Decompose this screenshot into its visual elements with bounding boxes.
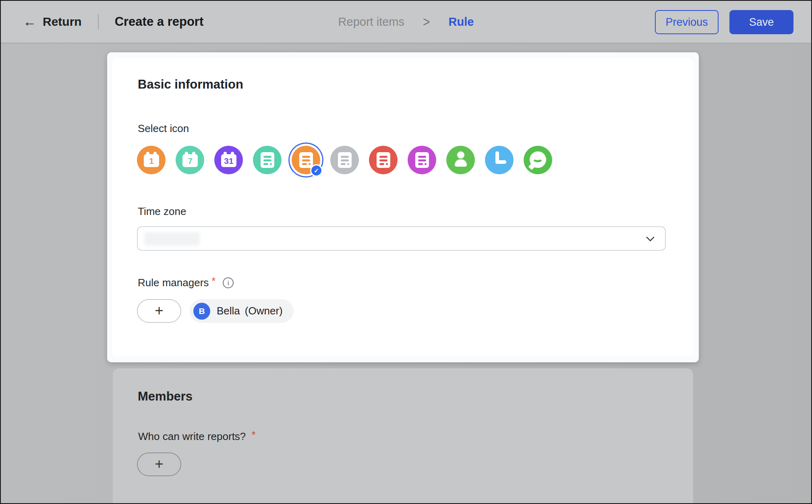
members-card: Members Who can write reports? * +	[113, 368, 693, 504]
breadcrumb: Report items > Rule	[338, 1, 474, 43]
nav-actions: Previous Save	[655, 10, 793, 34]
required-asterisk: *	[252, 429, 256, 441]
icon-option-person-green[interactable]	[446, 146, 475, 174]
time-zone-select[interactable]	[137, 226, 666, 251]
icon-row: 1731✓	[137, 146, 552, 174]
return-label: Return	[43, 15, 82, 29]
report-teal-icon	[253, 146, 282, 174]
calendar-month-icon: 31	[214, 146, 243, 174]
time-zone-value-redacted	[145, 232, 200, 246]
icon-option-calendar-month[interactable]: 31	[214, 146, 243, 174]
icon-option-calendar-day[interactable]: 1	[137, 146, 166, 174]
report-magenta-icon	[408, 146, 436, 174]
icon-option-chat-green[interactable]	[524, 146, 552, 174]
report-gray-icon	[330, 146, 359, 174]
required-asterisk: *	[211, 275, 215, 287]
nav-divider	[98, 14, 99, 29]
screen: ← Return Create a report Report items > …	[0, 0, 812, 504]
rule-managers-label: Rule managers	[138, 277, 209, 289]
nav-left: ← Return Create a report	[23, 1, 203, 43]
breadcrumb-report-items[interactable]: Report items	[338, 15, 404, 29]
basic-information-card: Basic information Select icon 1731✓ Time…	[107, 52, 699, 362]
icon-option-report-teal[interactable]	[253, 146, 282, 174]
chevron-right-icon: >	[423, 14, 430, 29]
rule-managers-row: + B Bella (Owner)	[137, 299, 294, 323]
icon-option-clock-blue[interactable]	[485, 146, 514, 174]
add-report-writer-button[interactable]: +	[137, 452, 181, 476]
return-button[interactable]: ← Return	[23, 15, 82, 29]
manager-name: Bella	[217, 305, 240, 317]
back-arrow-icon: ←	[23, 15, 36, 28]
who-can-write-label: Who can write reports?	[138, 430, 246, 442]
calendar-week-icon: 7	[176, 146, 204, 174]
info-icon[interactable]: i	[223, 277, 234, 288]
save-button[interactable]: Save	[729, 10, 793, 34]
icon-option-report-gray[interactable]	[330, 146, 359, 174]
manager-chip[interactable]: B Bella (Owner)	[190, 299, 294, 323]
basic-information-card-inner: Basic information Select icon 1731✓ Time…	[112, 58, 693, 356]
icon-option-report-red[interactable]	[369, 146, 398, 174]
selected-check-badge: ✓	[310, 164, 323, 177]
icon-option-report-orange[interactable]: ✓	[292, 146, 320, 174]
avatar: B	[193, 303, 210, 320]
chat-green-icon	[524, 146, 552, 174]
icon-option-report-magenta[interactable]	[408, 146, 436, 174]
time-zone-label: Time zone	[138, 205, 186, 218]
calendar-day-icon: 1	[137, 146, 166, 174]
select-icon-label: Select icon	[138, 122, 189, 135]
top-nav: ← Return Create a report Report items > …	[1, 1, 811, 43]
who-can-write-field-label: Who can write reports? *	[138, 430, 256, 443]
section-title-basic-information: Basic information	[138, 77, 243, 92]
section-title-members: Members	[138, 389, 193, 404]
chevron-down-icon	[646, 233, 655, 242]
previous-button[interactable]: Previous	[655, 10, 719, 34]
clock-blue-icon	[485, 146, 514, 174]
breadcrumb-rule[interactable]: Rule	[449, 15, 474, 29]
page-title: Create a report	[115, 14, 204, 29]
icon-option-calendar-week[interactable]: 7	[176, 146, 204, 174]
rule-managers-field-label: Rule managers * i	[138, 277, 234, 289]
person-green-icon	[446, 146, 475, 174]
report-red-icon	[369, 146, 398, 174]
add-rule-manager-button[interactable]: +	[137, 299, 181, 323]
manager-role: (Owner)	[245, 305, 283, 317]
